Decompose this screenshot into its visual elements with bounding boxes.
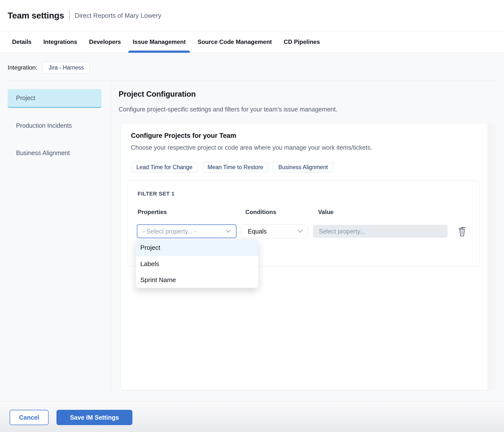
cancel-button[interactable]: Cancel [10,410,49,425]
tab-label: Issue Management [133,38,186,45]
tab-label: Integrations [43,38,77,45]
column-header-conditions: Conditions [245,208,276,216]
column-header-value: Value [318,208,334,216]
sidebar-item-label: Production Incidents [16,122,72,129]
card-description: Choose your respective project or code a… [131,144,372,151]
integration-row: Integration: Jira - Harness [8,62,90,73]
active-tab-underline [128,51,190,53]
tab-source-code-management[interactable]: Source Code Management [193,31,276,53]
property-dropdown-menu: Project Labels Sprint Name [136,239,258,288]
property-select[interactable]: - Select property... - [137,224,236,238]
chevron-down-icon [298,230,303,233]
condition-select-value: Equals [248,228,267,235]
tab-bar: Details Integrations Developers Issue Ma… [0,31,504,53]
chevron-down-icon [226,230,231,233]
section-description: Configure project-specific settings and … [119,106,337,113]
property-select-placeholder: - Select property... - [143,228,197,235]
tab-issue-management[interactable]: Issue Management [128,31,190,53]
sidebar-item-project[interactable]: Project [8,89,102,108]
dropdown-option-sprint-name[interactable]: Sprint Name [136,272,258,288]
title-row: Team settings Direct Reports of Mary Low… [8,0,161,31]
metric-tab-lead-time-for-change[interactable]: Lead Time for Change [131,162,198,173]
page-header: Team settings Direct Reports of Mary Low… [0,0,504,31]
metric-tab-business-alignment[interactable]: Business Alignment [273,162,333,173]
footer-action-bar: Cancel Save IM Settings [0,401,504,432]
configure-projects-card: Configure Projects for your Team Choose … [121,123,495,390]
card-scrollbar[interactable] [488,124,495,390]
dropdown-option-project[interactable]: Project [136,240,258,256]
dropdown-option-label: Project [140,244,160,252]
tab-cd-pipelines[interactable]: CD Pipelines [279,31,324,53]
metric-tab-label: Mean Time to Restore [208,164,263,171]
sidebar-item-business-alignment[interactable]: Business Alignment [8,144,102,162]
tab-label: CD Pipelines [284,38,320,45]
trash-icon [457,226,467,237]
sidebar-divider [111,81,111,390]
title-divider [69,10,70,21]
dropdown-option-labels[interactable]: Labels [136,256,258,272]
metric-tabs: Lead Time for Change Mean Time to Restor… [131,162,333,173]
integration-selector-chip[interactable]: Jira - Harness [43,62,90,73]
card-title: Configure Projects for your Team [131,132,236,140]
value-input[interactable] [313,225,448,238]
save-im-settings-button[interactable]: Save IM Settings [56,410,132,425]
sidebar-item-label: Business Alignment [16,149,70,157]
content-area: Integration: Jira - Harness Project Prod… [0,53,504,401]
tab-integrations[interactable]: Integrations [39,31,82,53]
integration-bar-divider [6,81,498,81]
tab-developers[interactable]: Developers [85,31,125,53]
tab-label: Developers [89,38,121,45]
metric-tab-mean-time-to-restore[interactable]: Mean Time to Restore [202,162,269,173]
metric-tab-label: Lead Time for Change [136,164,193,171]
integration-chip-label: Jira - Harness [49,64,84,71]
integration-label: Integration: [8,64,37,71]
filter-set-title: FILTER SET 1 [138,191,175,197]
section-title: Project Configuration [119,90,196,99]
dropdown-option-label: Sprint Name [140,276,176,284]
metric-tab-label: Business Alignment [278,164,328,171]
column-header-properties: Properties [138,208,167,216]
tab-details[interactable]: Details [8,31,36,53]
page-title: Team settings [8,11,64,20]
sidebar-item-production-incidents[interactable]: Production Incidents [8,116,102,135]
sidebar-item-label: Project [16,94,35,102]
condition-select[interactable]: Equals [241,224,308,238]
delete-filter-button[interactable] [456,224,468,238]
tab-label: Source Code Management [198,38,272,45]
tab-label: Details [12,38,32,45]
dropdown-option-label: Labels [140,260,159,268]
page-subtitle: Direct Reports of Mary Lowery [75,12,161,19]
